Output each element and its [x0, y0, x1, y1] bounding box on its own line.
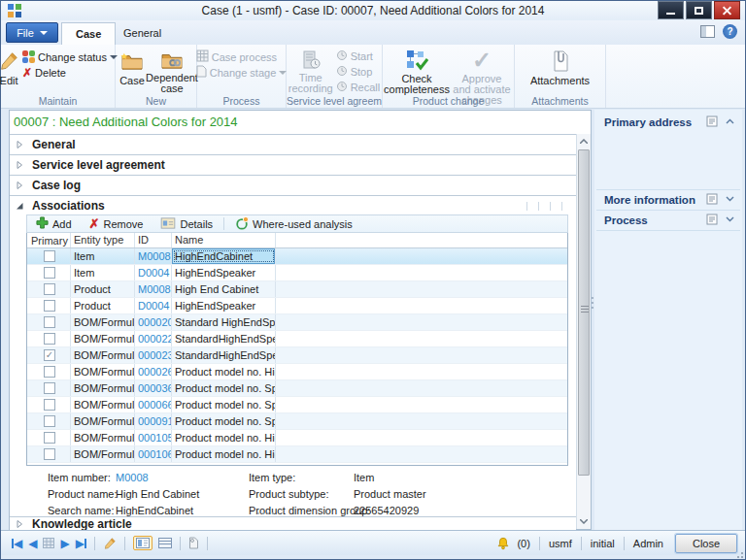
- vertical-scrollbar[interactable]: [576, 134, 591, 529]
- name-cell[interactable]: HighEndSpeaker: [172, 265, 276, 280]
- id-link[interactable]: M0008: [138, 283, 171, 295]
- col-primary[interactable]: Primary: [27, 233, 71, 247]
- factbox-process[interactable]: Process: [594, 211, 742, 230]
- primary-checkbox-cell[interactable]: [27, 298, 71, 313]
- dependent-case-button[interactable]: Dependent case: [150, 47, 194, 94]
- close-window-button[interactable]: [714, 1, 740, 19]
- id-link[interactable]: 000022: [138, 333, 172, 345]
- name-cell[interactable]: StandardHighEndSpeaker: [172, 331, 276, 346]
- section-case-log[interactable]: Case log: [10, 175, 576, 195]
- item-number-link[interactable]: M0008: [116, 472, 149, 483]
- id-link[interactable]: 000020: [138, 316, 172, 328]
- table-row[interactable]: ProductM0008High End Cabinet: [27, 281, 567, 298]
- checkbox[interactable]: [44, 316, 55, 328]
- factbox-primary-address[interactable]: Primary address: [594, 113, 742, 132]
- primary-checkbox-cell[interactable]: [27, 281, 71, 297]
- checkbox[interactable]: [44, 432, 55, 444]
- details-button[interactable]: Details: [152, 215, 221, 232]
- id-cell[interactable]: 000106: [135, 446, 172, 462]
- id-cell[interactable]: 000020: [135, 314, 172, 330]
- pane-splitter[interactable]: [592, 297, 593, 309]
- primary-checkbox-cell[interactable]: [27, 265, 71, 280]
- id-cell[interactable]: 000066: [135, 397, 172, 412]
- help-icon[interactable]: ?: [723, 24, 737, 39]
- table-row[interactable]: ✓BOM/Formula000023StandardHighEndSpeaker: [27, 347, 567, 364]
- id-cell[interactable]: D0004: [135, 265, 172, 280]
- col-id[interactable]: ID: [135, 233, 172, 247]
- id-cell[interactable]: 000091: [135, 413, 172, 429]
- factbox-more-information[interactable]: More information: [594, 190, 742, 210]
- notification-count[interactable]: (0): [517, 538, 529, 549]
- grid-splitter-handle[interactable]: [257, 512, 274, 514]
- table-row[interactable]: BOM/Formula000106Product model no. Hig..…: [27, 446, 567, 463]
- table-row[interactable]: BOM/Formula000066Product model no. Spe..…: [27, 397, 567, 413]
- resize-grip[interactable]: [735, 550, 743, 558]
- id-link[interactable]: D0004: [138, 300, 169, 312]
- id-link[interactable]: 000091: [138, 415, 172, 427]
- tab-case[interactable]: Case: [61, 22, 116, 45]
- id-link[interactable]: 000026: [138, 366, 172, 378]
- name-cell[interactable]: Product model no. Spe...: [172, 413, 276, 429]
- check-completeness-button[interactable]: Check completeness: [385, 47, 449, 94]
- id-cell[interactable]: M0008: [135, 248, 172, 264]
- table-row[interactable]: ItemM0008HighEndCabinet: [27, 248, 567, 265]
- section-sla[interactable]: Service level agreement: [10, 154, 576, 175]
- id-cell[interactable]: 000026: [135, 364, 172, 379]
- next-record-button[interactable]: ▶: [60, 537, 69, 550]
- primary-checkbox-cell[interactable]: ✓: [27, 347, 71, 363]
- checkbox[interactable]: [44, 399, 55, 411]
- section-associations[interactable]: Associations: [10, 195, 576, 215]
- id-cell[interactable]: D0004: [135, 298, 172, 313]
- table-row[interactable]: BOM/Formula000091Product model no. Spe..…: [27, 413, 567, 430]
- delete-button[interactable]: ✗ Delete: [22, 65, 118, 80]
- table-row[interactable]: BOM/Formula000036Product model no. Spe..…: [27, 380, 567, 397]
- factbox-menu-icon[interactable]: [706, 115, 718, 127]
- form-view-button[interactable]: [133, 536, 153, 550]
- name-cell[interactable]: High End Cabinet: [172, 281, 276, 297]
- id-cell[interactable]: 000105: [135, 430, 172, 445]
- name-cell[interactable]: Product model no. Hig...: [172, 364, 276, 379]
- name-cell[interactable]: StandardHighEndSpeaker: [172, 347, 276, 363]
- chevron-up-icon[interactable]: [726, 118, 734, 124]
- maximize-button[interactable]: [686, 1, 712, 19]
- checkbox[interactable]: [44, 333, 55, 345]
- col-name[interactable]: Name: [172, 233, 276, 247]
- partition-field[interactable]: initial: [591, 538, 615, 549]
- checkbox[interactable]: [44, 382, 55, 394]
- name-cell[interactable]: Standard HighEndSpea...: [172, 314, 276, 330]
- id-link[interactable]: 000023: [138, 349, 172, 361]
- table-row[interactable]: BOM/Formula000105Product model no. Hig..…: [27, 430, 567, 446]
- id-cell[interactable]: M0008: [135, 281, 172, 297]
- table-row[interactable]: ProductD0004HighEndSpeaker: [27, 298, 567, 314]
- checkbox[interactable]: [44, 267, 55, 279]
- table-row[interactable]: ItemD0004HighEndSpeaker: [27, 265, 567, 281]
- id-link[interactable]: D0004: [138, 267, 169, 279]
- col-entity-type[interactable]: Entity type: [71, 233, 135, 247]
- attachments-button[interactable]: Attachments: [522, 47, 599, 94]
- notifications-bell-icon[interactable]: [496, 537, 510, 550]
- user-field[interactable]: Admin: [633, 538, 663, 549]
- name-cell[interactable]: HighEndCabinet: [172, 248, 276, 264]
- checkbox[interactable]: [44, 448, 55, 460]
- first-record-button[interactable]: ◀: [12, 537, 22, 550]
- id-link[interactable]: 000036: [138, 382, 172, 394]
- close-button[interactable]: Close: [675, 534, 737, 553]
- id-link[interactable]: M0008: [138, 250, 171, 262]
- table-row[interactable]: BOM/Formula000022StandardHighEndSpeaker: [27, 331, 567, 347]
- primary-checkbox-cell[interactable]: [27, 413, 71, 429]
- primary-checkbox-cell[interactable]: [27, 364, 71, 379]
- document-handling-icon[interactable]: [188, 537, 199, 549]
- id-cell[interactable]: 000022: [135, 331, 172, 346]
- scroll-up-icon[interactable]: [577, 134, 591, 148]
- id-cell[interactable]: 000036: [135, 380, 172, 396]
- checkbox[interactable]: [44, 415, 55, 427]
- id-link[interactable]: 000066: [138, 399, 172, 411]
- factbox-menu-icon[interactable]: [706, 193, 718, 205]
- previous-record-button[interactable]: ◀: [28, 537, 37, 550]
- scrollbar-thumb[interactable]: [578, 149, 590, 476]
- primary-checkbox-cell[interactable]: [27, 430, 71, 445]
- last-record-button[interactable]: ▶: [76, 537, 86, 550]
- tab-general[interactable]: General: [110, 22, 175, 45]
- table-row[interactable]: BOM/Formula000020Standard HighEndSpea...: [27, 314, 567, 331]
- remove-button[interactable]: ✗ Remove: [81, 215, 153, 232]
